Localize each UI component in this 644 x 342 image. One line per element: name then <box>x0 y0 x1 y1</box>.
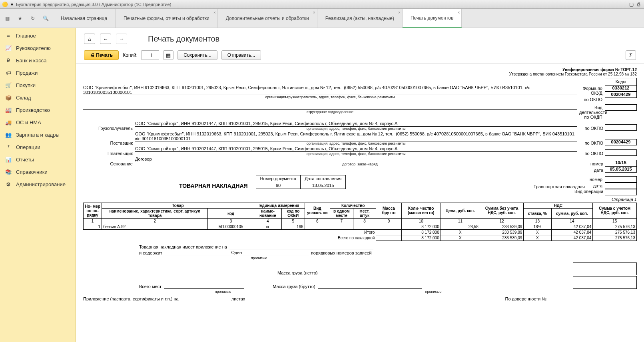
ruble-icon: ₽ <box>5 58 12 64</box>
attach-text: Товарная накладная имеет приложение на <box>139 245 227 249</box>
th-vat-rate: ставка, % <box>524 209 551 219</box>
attach3-line <box>181 296 229 301</box>
app-icon: 🟡 <box>2 1 8 8</box>
consignee-caption: организация, адрес, телефон, факс, банко… <box>135 127 577 131</box>
op-value <box>605 189 637 195</box>
sidebar-item-admin[interactable]: ⚙Администрирование <box>0 178 76 191</box>
places-line <box>164 284 244 289</box>
okpo-label: по ОКПО <box>577 151 605 156</box>
th-goods-code: код <box>208 209 254 219</box>
ops-icon: ᵀ <box>5 144 12 150</box>
propis-caption: прописью <box>167 290 279 294</box>
send-button[interactable]: Отправить... <box>221 50 261 60</box>
colnum-row: 123 456 789 101112 131415 <box>84 219 637 224</box>
docnum-value: 60 <box>256 182 301 189</box>
totals-row: Итого 8 172,000X 233 539,09X 42 037,0427… <box>84 230 637 235</box>
close-icon[interactable]: × <box>313 10 315 15</box>
history-icon[interactable]: ↻ <box>29 14 37 22</box>
close-icon[interactable]: × <box>458 10 460 15</box>
dropdown-icon[interactable]: ▾ <box>9 1 15 8</box>
home-button[interactable]: ⌂ <box>84 34 95 44</box>
sidebar-item-assets[interactable]: 🚚ОС и НМА <box>0 116 76 129</box>
sidebar: ≡Главное 📈Руководителю ₽Банк и касса 🏷Пр… <box>0 28 76 342</box>
grand-row: Всего по накладной 8 172,000X 233 539,09… <box>84 235 637 241</box>
sidebar-item-bank[interactable]: ₽Банк и касса <box>0 54 76 67</box>
sidebar-item-main[interactable]: ≡Главное <box>0 30 76 42</box>
basis-num: 10/15 <box>605 160 637 166</box>
th-goods: Товар <box>102 203 254 209</box>
tab-realization[interactable]: Реализация (акты, накладные)× <box>317 9 403 28</box>
back-button[interactable]: ← <box>100 34 111 44</box>
sidebar-item-manager[interactable]: 📈Руководителю <box>0 42 76 54</box>
supplier-label: Поставщик <box>83 141 135 145</box>
tab-print-forms[interactable]: Печатные формы, отчеты и обработки× <box>116 9 218 28</box>
sidebar-item-warehouse[interactable]: 📦Склад <box>0 91 76 104</box>
window-tool-icon[interactable]: ▢ <box>628 1 634 8</box>
save-button[interactable]: Сохранить... <box>177 50 217 60</box>
th-qtynet: Коли- чество (масса нетто) <box>401 203 441 219</box>
consignee-text: ООО "Симстройторг", ИНН 9102021447, КПП … <box>135 121 577 127</box>
tab-addl-reports[interactable]: Дополнительные отчеты и обработки× <box>218 9 317 28</box>
activity-value <box>605 104 637 111</box>
settings-button[interactable]: ▦ <box>163 50 173 60</box>
apps-icon[interactable]: ▦ <box>3 14 11 22</box>
forward-button[interactable]: → <box>116 34 127 44</box>
supplier-okpo: 00204429 <box>605 139 637 145</box>
codes-table: Коды <box>605 78 637 85</box>
th-sumvat: Сумма с учетом НДС, руб. коп. <box>593 203 637 219</box>
codes-header: Коды <box>605 78 637 85</box>
tn-date <box>605 183 637 189</box>
th-unit: Единица измерения <box>254 203 305 209</box>
sidebar-item-label: Зарплата и кадры <box>16 132 60 138</box>
activity-label: Вид деятельности по ОКДП <box>577 104 605 120</box>
star-icon[interactable]: ★ <box>16 14 24 22</box>
content-area: ⌂ ← → Печать документов 🖨 Печать Копий: … <box>76 28 644 342</box>
tn-label: Транспортная накладная <box>513 184 585 189</box>
book-icon: 📚 <box>5 169 12 175</box>
sidebar-item-catalogs[interactable]: 📚Справочники <box>0 166 76 178</box>
sidebar-item-label: Операции <box>16 144 40 150</box>
sidebar-item-sales[interactable]: 🏷Продажи <box>0 67 76 79</box>
window-tool-icon[interactable]: ⎙ <box>635 1 642 8</box>
print-button[interactable]: 🖨 Печать <box>84 50 119 60</box>
sidebar-item-label: Продажи <box>16 70 38 76</box>
sidebar-item-purchases[interactable]: 🛒Покупки <box>0 79 76 91</box>
contains-suffix: порядковых номеров записей <box>311 251 372 255</box>
sidebar-item-label: Покупки <box>16 82 36 88</box>
tab-start[interactable]: Начальная страница <box>53 9 116 28</box>
sidebar-item-label: Главное <box>16 33 36 39</box>
th-qty-places: мест, штук <box>353 209 376 219</box>
sidebar-item-label: Производство <box>16 107 50 113</box>
sidebar-item-reports[interactable]: 📊Отчеты <box>0 153 76 166</box>
proxy-label: По доверенности № <box>505 296 547 301</box>
sidebar-item-label: Руководителю <box>16 45 51 51</box>
mass-gross-label: Масса груза (брутто) <box>273 284 315 289</box>
sidebar-item-label: ОС и НМА <box>16 119 41 125</box>
payer-caption: организация, адрес, телефон, факс, банко… <box>135 152 577 156</box>
form-approval: Утверждена постановлением Госкомстата Ро… <box>83 72 637 76</box>
sidebar-item-label: Банк и касса <box>16 58 47 64</box>
proxy-line <box>549 296 637 301</box>
sigma-button[interactable]: Σ <box>626 50 636 60</box>
sidebar-item-salary[interactable]: 👥Зарплата и кадры <box>0 129 76 141</box>
mass-gross-box <box>573 276 637 289</box>
footer-block: Товарная накладная имеет приложение на и… <box>83 244 637 301</box>
close-icon[interactable]: × <box>398 10 401 15</box>
tn-date-label: дата <box>585 183 605 189</box>
okpo-label: по ОКПО <box>577 96 605 103</box>
basis-date-label: дата <box>585 168 605 173</box>
tab-print-docs[interactable]: Печать документов× <box>403 9 462 28</box>
th-num: Но- мер по по- рядку <box>84 203 102 219</box>
sidebar-item-operations[interactable]: ᵀОперации <box>0 141 76 153</box>
th-mass: Масса брутто <box>376 203 401 219</box>
tabs: Начальная страница Печатные формы, отчет… <box>53 9 462 28</box>
okpo-label: по ОКПО <box>577 126 605 131</box>
propis-caption: прописью <box>361 290 505 294</box>
close-icon[interactable]: × <box>213 10 216 15</box>
sidebar-item-production[interactable]: 🏭Производство <box>0 104 76 116</box>
basis-caption: договор, заказ-наряд <box>135 162 585 166</box>
search-icon[interactable]: 🔍 <box>42 14 50 22</box>
copies-input[interactable] <box>142 50 159 60</box>
page-number: Страница 1 <box>83 197 637 202</box>
subdiv-caption: структурное подразделение <box>83 110 577 114</box>
